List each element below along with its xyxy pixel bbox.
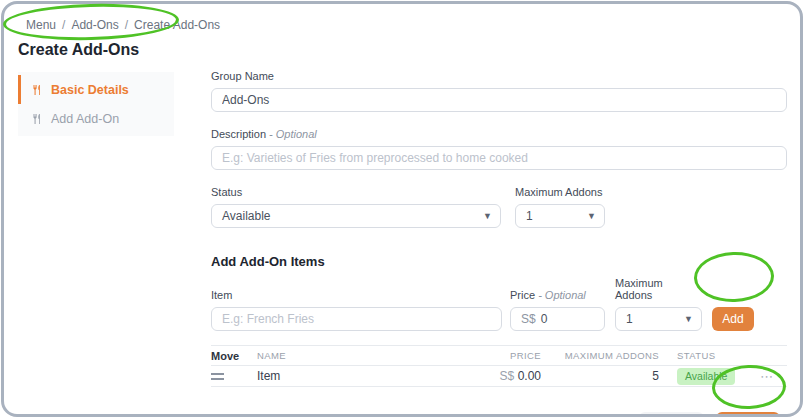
sidebar-item-basic-details[interactable]: Basic Details	[18, 75, 174, 104]
maximum-addons-select[interactable]: 1 ▼	[515, 204, 605, 228]
description-label: Description - Optional	[211, 128, 787, 140]
price-label-text: Price	[510, 289, 535, 301]
price-label: Price - Optional	[510, 289, 605, 301]
sidebar-item-label: Add Add-On	[51, 112, 119, 126]
item-maximum-addons-field-group: Maximum Addons 1 ▼	[615, 277, 702, 331]
add-item-row: Item Price - Optional S$ 0 Maximum Addon…	[211, 277, 787, 331]
group-name-input[interactable]	[211, 88, 787, 112]
row-name-cell: Item	[257, 369, 457, 383]
footer-actions: Cancel Create	[211, 412, 787, 417]
add-button[interactable]: Add	[712, 307, 754, 331]
column-header-move: Move	[211, 350, 257, 362]
price-value: 0	[541, 312, 548, 326]
breadcrumb-add-ons[interactable]: Add-Ons	[71, 18, 118, 32]
item-field-group: Item	[211, 289, 502, 331]
row-move-cell	[211, 369, 257, 383]
create-addons-page: Menu / Add-Ons / Create Add-Ons Create A…	[1, 1, 803, 417]
row-actions-cell: ⋯	[747, 369, 787, 384]
item-input[interactable]	[211, 307, 502, 331]
column-header-name: NAME	[257, 350, 457, 361]
description-optional-text: - Optional	[269, 128, 317, 140]
group-name-label: Group Name	[211, 70, 787, 82]
status-row: Status Available ▼ Maximum Addons 1 ▼	[211, 186, 787, 228]
price-optional-text: - Optional	[538, 289, 586, 301]
description-label-text: Description	[211, 128, 266, 140]
page-title: Create Add-Ons	[18, 41, 139, 59]
form-area: Group Name Description - Optional Status…	[211, 70, 787, 417]
drag-handle-icon[interactable]	[211, 373, 224, 380]
item-maximum-addons-select-value: 1	[626, 312, 633, 326]
row-price-value: 0.00	[518, 369, 541, 383]
status-field-group: Status Available ▼	[211, 186, 501, 228]
maximum-addons-select-value: 1	[526, 209, 533, 223]
column-header-price: PRICE	[457, 350, 541, 361]
price-field-group: Price - Optional S$ 0	[510, 289, 605, 331]
column-header-status: STATUS	[659, 350, 747, 361]
table-header-row: Move NAME PRICE MAXIMUM ADDONS STATUS	[211, 345, 787, 366]
sidebar-item-label: Basic Details	[51, 83, 129, 97]
description-input[interactable]	[211, 146, 787, 170]
price-input[interactable]: S$ 0	[510, 307, 605, 331]
table-row: Item S$ 0.00 5 Available ⋯	[211, 366, 787, 387]
chevron-down-icon: ▼	[587, 211, 596, 221]
item-label: Item	[211, 289, 502, 301]
row-actions-menu-icon[interactable]: ⋯	[760, 369, 774, 384]
add-add-on-items-heading: Add Add-On Items	[211, 254, 787, 269]
chevron-down-icon: ▼	[483, 211, 492, 221]
maximum-addons-label: Maximum Addons	[515, 186, 605, 198]
group-name-field-group: Group Name	[211, 70, 787, 112]
breadcrumb-menu[interactable]: Menu	[26, 18, 56, 32]
chevron-down-icon: ▼	[684, 314, 693, 324]
description-field-group: Description - Optional	[211, 128, 787, 170]
breadcrumb-create-add-ons[interactable]: Create Add-Ons	[134, 18, 220, 32]
item-maximum-addons-label: Maximum Addons	[615, 277, 702, 301]
status-badge: Available	[677, 368, 735, 385]
column-header-maximum-addons: MAXIMUM ADDONS	[541, 350, 659, 361]
row-maximum-addons-cell: 5	[541, 369, 659, 383]
items-table: Move NAME PRICE MAXIMUM ADDONS STATUS It…	[211, 345, 787, 387]
breadcrumb-separator: /	[62, 18, 65, 32]
cancel-button[interactable]: Cancel	[639, 412, 704, 417]
sidebar-item-add-add-on[interactable]: Add Add-On	[18, 104, 174, 133]
status-label: Status	[211, 186, 501, 198]
utensils-icon	[31, 84, 43, 96]
breadcrumb-separator: /	[125, 18, 128, 32]
create-button[interactable]: Create	[716, 412, 780, 417]
row-price-cell: S$ 0.00	[457, 369, 541, 383]
status-select-value: Available	[222, 209, 270, 223]
currency-prefix: S$	[521, 312, 536, 326]
utensils-icon	[31, 113, 43, 125]
row-price-prefix: S$	[500, 369, 515, 383]
row-status-cell: Available	[659, 368, 747, 385]
item-maximum-addons-select[interactable]: 1 ▼	[615, 307, 702, 331]
status-select[interactable]: Available ▼	[211, 204, 501, 228]
breadcrumb: Menu / Add-Ons / Create Add-Ons	[26, 18, 220, 32]
maximum-addons-field-group: Maximum Addons 1 ▼	[515, 186, 605, 228]
sidebar: Basic Details Add Add-On	[18, 72, 174, 136]
